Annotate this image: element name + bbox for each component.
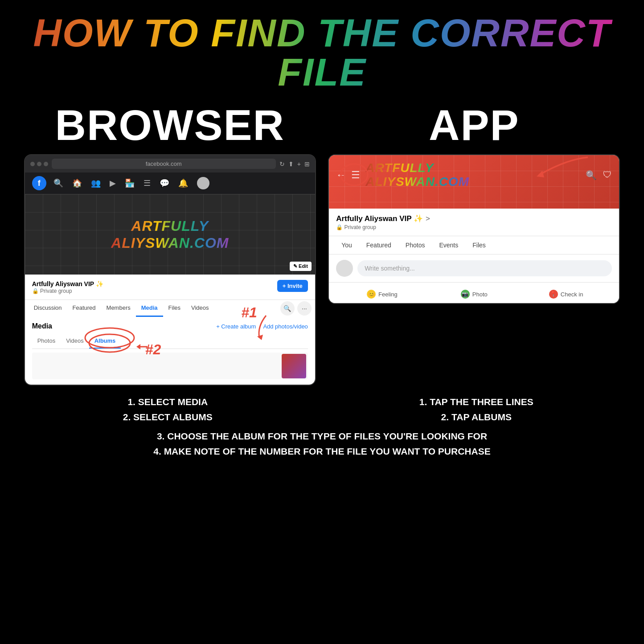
- add-tab-icon[interactable]: +: [297, 160, 301, 168]
- checkin-icon: 📍: [549, 290, 558, 299]
- search-icon[interactable]: 🔍: [53, 178, 63, 188]
- url-bar[interactable]: facebook.com: [52, 159, 276, 169]
- marketplace-icon[interactable]: 🏪: [125, 178, 135, 188]
- friends-icon[interactable]: 👥: [91, 178, 101, 188]
- facebook-logo: f: [32, 176, 46, 190]
- fb-hero-text: ARTFULLY ALIYSWAN.COM: [111, 217, 229, 252]
- app-tab-files[interactable]: Files: [465, 236, 493, 254]
- app-label: APP: [328, 101, 620, 150]
- app-instructions: 1. TAP THE THREE LINES 2. TAP ALBUMS: [327, 394, 627, 424]
- back-icon[interactable]: ←: [336, 169, 346, 181]
- home-icon[interactable]: 🏠: [72, 178, 82, 188]
- grid-icon[interactable]: ⊞: [304, 160, 310, 168]
- instructions-row: 1. SELECT MEDIA 2. SELECT ALBUMS 1. TAP …: [0, 386, 644, 429]
- tab-files[interactable]: Files: [163, 300, 186, 317]
- app-group-info: Artfully Aliyswan VIP ✨ > 🔒 Private grou…: [329, 209, 619, 236]
- browser-instructions: 1. SELECT MEDIA 2. SELECT ALBUMS: [18, 394, 318, 424]
- svg-marker-1: [257, 335, 263, 340]
- photo-label: Photo: [472, 291, 488, 298]
- fb-group-hero: ARTFULLY ALIYSWAN.COM ✎ Edit: [25, 194, 315, 275]
- app-step-1: 1. TAP THE THREE LINES: [327, 394, 627, 410]
- facebook-nav-icons: 🔍 🏠 👥 ▶ 🏪 ☰ 💬 🔔: [53, 177, 209, 189]
- tab-members[interactable]: Members: [101, 300, 136, 317]
- watch-icon[interactable]: ▶: [110, 178, 116, 188]
- svg-marker-3: [136, 344, 140, 349]
- media-tab-albums[interactable]: Albums: [89, 334, 121, 349]
- browser-step-1: 1. SELECT MEDIA: [18, 394, 318, 410]
- browser-label: BROWSER: [24, 101, 316, 150]
- app-private-label: 🔒 Private group: [336, 224, 612, 230]
- tab-featured[interactable]: Featured: [67, 300, 101, 317]
- feeling-icon: 😊: [367, 290, 376, 299]
- app-group-name: Artfully Aliyswan VIP ✨ >: [336, 214, 612, 223]
- app-hero-text: ARTFULLY ALIYSWAN.COM: [365, 161, 469, 189]
- main-title: HOW TO FIND THE CORRECT FILE: [0, 0, 644, 96]
- post-input[interactable]: Write something...: [357, 260, 612, 276]
- menu-icon[interactable]: ☰: [144, 178, 151, 188]
- full-instructions: 3. CHOOSE THE ALBUM FOR THE TYPE OF FILE…: [0, 429, 644, 468]
- media-title: Media: [32, 322, 52, 330]
- browser-step-2: 2. SELECT ALBUMS: [18, 410, 318, 425]
- app-post-area: Write something...: [329, 254, 619, 283]
- messenger-icon[interactable]: 💬: [160, 178, 169, 188]
- app-user-avatar: [336, 260, 353, 277]
- fb-private-label: 🔒 Private group: [32, 288, 103, 294]
- checkin-label: Check in: [561, 291, 583, 298]
- photo-action[interactable]: 📷 Photo: [428, 287, 520, 301]
- photo-icon: 📷: [461, 290, 470, 299]
- app-tab-events[interactable]: Events: [432, 236, 465, 254]
- browser-mockup: facebook.com ↻ ⬆ + ⊞ f 🔍 🏠 👥 ▶ 🏪 ☰: [24, 154, 316, 386]
- search-icon-tab[interactable]: 🔍: [280, 301, 295, 316]
- feeling-label: Feeling: [378, 291, 398, 298]
- app-mockup: ← ☰ ARTFULLY ALIYSWAN.COM 🔍 🛡: [328, 154, 620, 304]
- share-icon[interactable]: ⬆: [288, 160, 294, 168]
- hamburger-icon[interactable]: ☰: [351, 169, 360, 181]
- checkin-action[interactable]: 📍 Check in: [520, 287, 612, 301]
- bell-icon[interactable]: 🔔: [178, 178, 188, 188]
- full-step-3: 3. CHOOSE THE ALBUM FOR THE TYPE OF FILE…: [18, 429, 626, 444]
- fb-group-name: Artfully Aliyswan VIP ✨: [32, 280, 103, 288]
- media-tab-photos[interactable]: Photos: [32, 334, 61, 349]
- app-step-2: 2. TAP ALBUMS: [327, 410, 627, 425]
- fb-group-info: Artfully Aliyswan VIP ✨ 🔒 Private group …: [25, 275, 315, 299]
- app-tab-photos[interactable]: Photos: [398, 236, 432, 254]
- svg-marker-5: [537, 171, 544, 177]
- refresh-icon[interactable]: ↻: [279, 160, 285, 168]
- media-tab-videos[interactable]: Videos: [61, 334, 89, 349]
- facebook-nav: f 🔍 🏠 👥 ▶ 🏪 ☰ 💬 🔔: [25, 172, 315, 194]
- app-tab-featured[interactable]: Featured: [359, 236, 398, 254]
- full-step-4: 4. MAKE NOTE OF THE NUMBER FOR THE FILE …: [18, 444, 626, 459]
- invite-button[interactable]: + Invite: [277, 280, 308, 292]
- tab-discussion[interactable]: Discussion: [29, 300, 67, 317]
- user-avatar: [197, 177, 209, 189]
- more-icon-tab[interactable]: ···: [297, 301, 312, 316]
- edit-button[interactable]: ✎ Edit: [290, 262, 312, 271]
- browser-address-bar: facebook.com ↻ ⬆ + ⊞: [25, 155, 315, 172]
- feeling-action[interactable]: 😊 Feeling: [336, 287, 428, 301]
- app-tabs: You Featured Photos Events Files: [329, 236, 619, 254]
- app-shield-icon[interactable]: 🛡: [603, 170, 612, 180]
- app-actions-row: 😊 Feeling 📷 Photo 📍 Check in: [329, 283, 619, 303]
- tab-videos[interactable]: Videos: [186, 300, 214, 317]
- tab-media[interactable]: Media: [136, 300, 163, 317]
- app-tab-you[interactable]: You: [334, 236, 359, 254]
